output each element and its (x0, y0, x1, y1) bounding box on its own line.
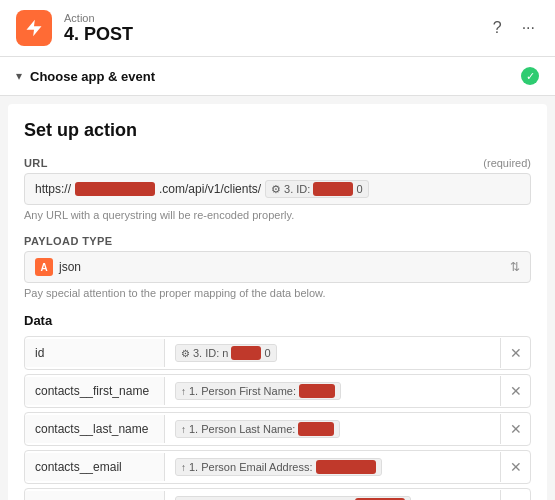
data-key-email: contacts__email (25, 453, 165, 481)
section-bar-left: ▾ Choose app & event (16, 69, 155, 84)
id-badge-text: 3. ID: n (193, 347, 228, 359)
phone-badge: ↑ 1. Person Phone Number Mobile: (175, 496, 411, 500)
header-actions: ? ··· (489, 15, 539, 41)
remove-last-name-button[interactable]: ✕ (500, 414, 530, 444)
url-path: .com/api/v1/clients/ (159, 182, 261, 196)
header-left: Action 4. POST (16, 10, 133, 46)
id-badge-icon: ⚙ (181, 348, 190, 359)
action-label: Action (64, 12, 133, 24)
url-id-suffix: 0 (356, 183, 362, 195)
last-name-badge-text: 1. Person Last Name: (189, 423, 295, 435)
email-badge-icon: ↑ (181, 462, 186, 473)
id-suffix: 0 (264, 347, 270, 359)
email-badge: ↑ 1. Person Email Address: (175, 458, 382, 476)
remove-id-button[interactable]: ✕ (500, 338, 530, 368)
data-section-label: Data (24, 313, 531, 328)
remove-first-name-button[interactable]: ✕ (500, 376, 530, 406)
data-row: contacts__first_name ↑ 1. Person First N… (24, 374, 531, 408)
data-row: id ⚙ 3. ID: n 0 ✕ (24, 336, 531, 370)
app-icon (16, 10, 52, 46)
email-redacted (316, 460, 376, 474)
last-name-badge-icon: ↑ (181, 424, 186, 435)
section-title: Choose app & event (30, 69, 155, 84)
url-redacted-domain (75, 182, 155, 196)
url-hint: Any URL with a querystring will be re-en… (24, 209, 531, 221)
remove-email-button[interactable]: ✕ (500, 452, 530, 482)
data-row: contacts__email ↑ 1. Person Email Addres… (24, 450, 531, 484)
id-redacted (231, 346, 261, 360)
id-badge: ⚙ 3. ID: n 0 (175, 344, 277, 362)
collapse-chevron[interactable]: ▾ (16, 69, 22, 83)
last-name-redacted (298, 422, 334, 436)
setup-title: Set up action (24, 120, 531, 141)
payload-icon: A (35, 258, 53, 276)
url-badge-icon: ⚙ (271, 183, 281, 196)
data-value-first-name[interactable]: ↑ 1. Person First Name: (165, 375, 500, 407)
more-button[interactable]: ··· (518, 15, 539, 41)
check-icon: ✓ (521, 67, 539, 85)
data-row: contacts__phone ↑ 1. Person Phone Number… (24, 488, 531, 500)
app-header: Action 4. POST ? ··· (0, 0, 555, 57)
select-arrows-icon: ⇅ (510, 260, 520, 274)
title-block: Action 4. POST (64, 12, 133, 45)
data-key-phone: contacts__phone (25, 491, 165, 500)
payload-label: Payload Type (24, 235, 531, 247)
section-bar: ▾ Choose app & event ✓ (0, 57, 555, 96)
required-label: (required) (483, 157, 531, 169)
action-icon (24, 18, 44, 38)
url-id-redacted (313, 182, 353, 196)
remove-phone-button[interactable]: ✕ (500, 490, 530, 500)
url-input[interactable]: https:// .com/api/v1/clients/ ⚙ 3. ID: 0 (24, 173, 531, 205)
first-name-badge-icon: ↑ (181, 386, 186, 397)
email-badge-text: 1. Person Email Address: (189, 461, 313, 473)
url-label: URL (required) (24, 157, 531, 169)
step-title: 4. POST (64, 24, 133, 45)
payload-type-group: Payload Type A json ⇅ Pay special attent… (24, 235, 531, 299)
data-value-phone[interactable]: ↑ 1. Person Phone Number Mobile: (165, 489, 500, 500)
main-content: Set up action URL (required) https:// .c… (8, 104, 547, 500)
data-value-last-name[interactable]: ↑ 1. Person Last Name: (165, 413, 500, 445)
data-key-first-name: contacts__first_name (25, 377, 165, 405)
url-field-group: URL (required) https:// .com/api/v1/clie… (24, 157, 531, 221)
payload-select-left: A json (35, 258, 81, 276)
first-name-badge-text: 1. Person First Name: (189, 385, 296, 397)
data-key-last-name: contacts__last_name (25, 415, 165, 443)
data-row: contacts__last_name ↑ 1. Person Last Nam… (24, 412, 531, 446)
url-prefix: https:// (35, 182, 71, 196)
url-badge-text: 3. ID: (284, 183, 310, 195)
first-name-badge: ↑ 1. Person First Name: (175, 382, 341, 400)
data-key-id: id (25, 339, 165, 367)
data-value-email[interactable]: ↑ 1. Person Email Address: (165, 451, 500, 483)
first-name-redacted (299, 384, 335, 398)
url-id-badge: ⚙ 3. ID: 0 (265, 180, 368, 198)
last-name-badge: ↑ 1. Person Last Name: (175, 420, 340, 438)
payload-hint: Pay special attention to the proper mapp… (24, 287, 531, 299)
help-button[interactable]: ? (489, 15, 506, 41)
payload-select[interactable]: A json ⇅ (24, 251, 531, 283)
data-value-id[interactable]: ⚙ 3. ID: n 0 (165, 337, 500, 369)
payload-value: json (59, 260, 81, 274)
